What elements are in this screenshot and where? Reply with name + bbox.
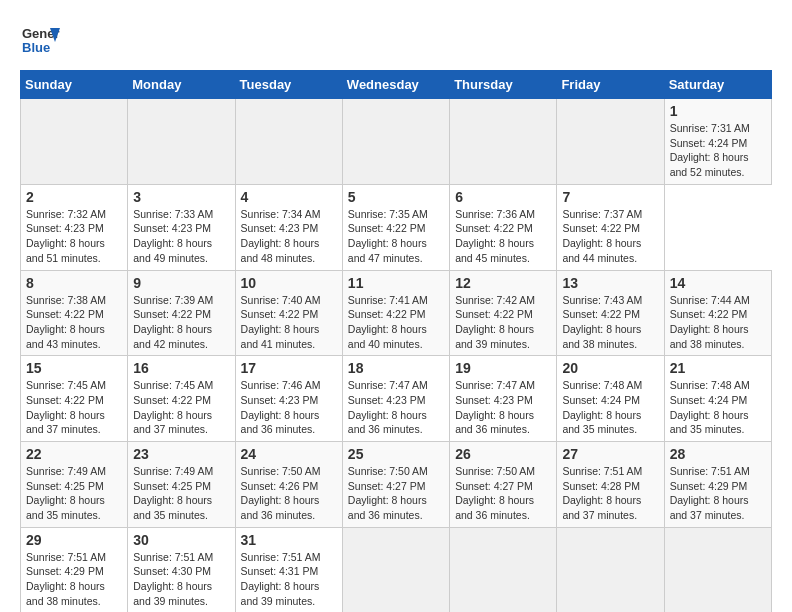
- day-detail: Sunrise: 7:32 AMSunset: 4:23 PMDaylight:…: [26, 207, 122, 266]
- calendar-cell: 16Sunrise: 7:45 AMSunset: 4:22 PMDayligh…: [128, 356, 235, 442]
- calendar-cell: 11Sunrise: 7:41 AMSunset: 4:22 PMDayligh…: [342, 270, 449, 356]
- calendar-cell: 5Sunrise: 7:35 AMSunset: 4:22 PMDaylight…: [342, 184, 449, 270]
- calendar-cell: 21Sunrise: 7:48 AMSunset: 4:24 PMDayligh…: [664, 356, 771, 442]
- day-number: 28: [670, 446, 766, 462]
- calendar-cell: 10Sunrise: 7:40 AMSunset: 4:22 PMDayligh…: [235, 270, 342, 356]
- day-detail: Sunrise: 7:36 AMSunset: 4:22 PMDaylight:…: [455, 207, 551, 266]
- calendar-body: 1Sunrise: 7:31 AMSunset: 4:24 PMDaylight…: [21, 99, 772, 613]
- day-detail: Sunrise: 7:35 AMSunset: 4:22 PMDaylight:…: [348, 207, 444, 266]
- calendar-cell: [557, 527, 664, 612]
- page-header: General Blue: [20, 20, 772, 60]
- day-detail: Sunrise: 7:45 AMSunset: 4:22 PMDaylight:…: [133, 378, 229, 437]
- day-number: 7: [562, 189, 658, 205]
- day-detail: Sunrise: 7:44 AMSunset: 4:22 PMDaylight:…: [670, 293, 766, 352]
- calendar-week-5: 22Sunrise: 7:49 AMSunset: 4:25 PMDayligh…: [21, 442, 772, 528]
- calendar-cell: 26Sunrise: 7:50 AMSunset: 4:27 PMDayligh…: [450, 442, 557, 528]
- day-number: 31: [241, 532, 337, 548]
- calendar-cell: 6Sunrise: 7:36 AMSunset: 4:22 PMDaylight…: [450, 184, 557, 270]
- calendar-cell: 9Sunrise: 7:39 AMSunset: 4:22 PMDaylight…: [128, 270, 235, 356]
- calendar-cell: 19Sunrise: 7:47 AMSunset: 4:23 PMDayligh…: [450, 356, 557, 442]
- day-detail: Sunrise: 7:51 AMSunset: 4:29 PMDaylight:…: [670, 464, 766, 523]
- calendar-cell: 14Sunrise: 7:44 AMSunset: 4:22 PMDayligh…: [664, 270, 771, 356]
- calendar-week-2: 2Sunrise: 7:32 AMSunset: 4:23 PMDaylight…: [21, 184, 772, 270]
- calendar-cell: 24Sunrise: 7:50 AMSunset: 4:26 PMDayligh…: [235, 442, 342, 528]
- calendar-cell: [21, 99, 128, 185]
- day-number: 16: [133, 360, 229, 376]
- day-detail: Sunrise: 7:49 AMSunset: 4:25 PMDaylight:…: [133, 464, 229, 523]
- day-number: 4: [241, 189, 337, 205]
- calendar-week-6: 29Sunrise: 7:51 AMSunset: 4:29 PMDayligh…: [21, 527, 772, 612]
- calendar-cell: 30Sunrise: 7:51 AMSunset: 4:30 PMDayligh…: [128, 527, 235, 612]
- day-number: 26: [455, 446, 551, 462]
- day-detail: Sunrise: 7:51 AMSunset: 4:30 PMDaylight:…: [133, 550, 229, 609]
- calendar-cell: 27Sunrise: 7:51 AMSunset: 4:28 PMDayligh…: [557, 442, 664, 528]
- day-number: 29: [26, 532, 122, 548]
- day-number: 10: [241, 275, 337, 291]
- calendar-cell: [342, 99, 449, 185]
- calendar-cell: [557, 99, 664, 185]
- day-detail: Sunrise: 7:43 AMSunset: 4:22 PMDaylight:…: [562, 293, 658, 352]
- day-number: 17: [241, 360, 337, 376]
- day-header-saturday: Saturday: [664, 71, 771, 99]
- day-detail: Sunrise: 7:51 AMSunset: 4:31 PMDaylight:…: [241, 550, 337, 609]
- calendar-cell: 18Sunrise: 7:47 AMSunset: 4:23 PMDayligh…: [342, 356, 449, 442]
- calendar-cell: 22Sunrise: 7:49 AMSunset: 4:25 PMDayligh…: [21, 442, 128, 528]
- day-number: 14: [670, 275, 766, 291]
- day-detail: Sunrise: 7:48 AMSunset: 4:24 PMDaylight:…: [562, 378, 658, 437]
- calendar-cell: 23Sunrise: 7:49 AMSunset: 4:25 PMDayligh…: [128, 442, 235, 528]
- day-detail: Sunrise: 7:48 AMSunset: 4:24 PMDaylight:…: [670, 378, 766, 437]
- logo-icon: General Blue: [20, 20, 60, 60]
- day-number: 11: [348, 275, 444, 291]
- day-number: 9: [133, 275, 229, 291]
- day-header-tuesday: Tuesday: [235, 71, 342, 99]
- day-number: 24: [241, 446, 337, 462]
- day-number: 12: [455, 275, 551, 291]
- day-detail: Sunrise: 7:49 AMSunset: 4:25 PMDaylight:…: [26, 464, 122, 523]
- calendar-table: SundayMondayTuesdayWednesdayThursdayFrid…: [20, 70, 772, 612]
- day-number: 22: [26, 446, 122, 462]
- day-detail: Sunrise: 7:50 AMSunset: 4:27 PMDaylight:…: [455, 464, 551, 523]
- day-detail: Sunrise: 7:41 AMSunset: 4:22 PMDaylight:…: [348, 293, 444, 352]
- calendar-week-3: 8Sunrise: 7:38 AMSunset: 4:22 PMDaylight…: [21, 270, 772, 356]
- calendar-cell: 15Sunrise: 7:45 AMSunset: 4:22 PMDayligh…: [21, 356, 128, 442]
- calendar-cell: 17Sunrise: 7:46 AMSunset: 4:23 PMDayligh…: [235, 356, 342, 442]
- day-number: 13: [562, 275, 658, 291]
- day-header-thursday: Thursday: [450, 71, 557, 99]
- calendar-cell: 8Sunrise: 7:38 AMSunset: 4:22 PMDaylight…: [21, 270, 128, 356]
- day-detail: Sunrise: 7:33 AMSunset: 4:23 PMDaylight:…: [133, 207, 229, 266]
- day-detail: Sunrise: 7:51 AMSunset: 4:28 PMDaylight:…: [562, 464, 658, 523]
- day-detail: Sunrise: 7:50 AMSunset: 4:27 PMDaylight:…: [348, 464, 444, 523]
- calendar-cell: 28Sunrise: 7:51 AMSunset: 4:29 PMDayligh…: [664, 442, 771, 528]
- day-number: 8: [26, 275, 122, 291]
- day-header-sunday: Sunday: [21, 71, 128, 99]
- day-detail: Sunrise: 7:47 AMSunset: 4:23 PMDaylight:…: [455, 378, 551, 437]
- day-header-monday: Monday: [128, 71, 235, 99]
- day-number: 27: [562, 446, 658, 462]
- day-number: 2: [26, 189, 122, 205]
- day-number: 5: [348, 189, 444, 205]
- day-detail: Sunrise: 7:37 AMSunset: 4:22 PMDaylight:…: [562, 207, 658, 266]
- logo: General Blue: [20, 20, 60, 60]
- calendar-cell: 1Sunrise: 7:31 AMSunset: 4:24 PMDaylight…: [664, 99, 771, 185]
- day-detail: Sunrise: 7:34 AMSunset: 4:23 PMDaylight:…: [241, 207, 337, 266]
- day-detail: Sunrise: 7:42 AMSunset: 4:22 PMDaylight:…: [455, 293, 551, 352]
- svg-text:Blue: Blue: [22, 40, 50, 55]
- day-detail: Sunrise: 7:46 AMSunset: 4:23 PMDaylight:…: [241, 378, 337, 437]
- day-number: 15: [26, 360, 122, 376]
- day-detail: Sunrise: 7:31 AMSunset: 4:24 PMDaylight:…: [670, 121, 766, 180]
- calendar-week-4: 15Sunrise: 7:45 AMSunset: 4:22 PMDayligh…: [21, 356, 772, 442]
- calendar-cell: 31Sunrise: 7:51 AMSunset: 4:31 PMDayligh…: [235, 527, 342, 612]
- day-detail: Sunrise: 7:39 AMSunset: 4:22 PMDaylight:…: [133, 293, 229, 352]
- calendar-cell: 20Sunrise: 7:48 AMSunset: 4:24 PMDayligh…: [557, 356, 664, 442]
- day-detail: Sunrise: 7:50 AMSunset: 4:26 PMDaylight:…: [241, 464, 337, 523]
- day-detail: Sunrise: 7:51 AMSunset: 4:29 PMDaylight:…: [26, 550, 122, 609]
- calendar-cell: 3Sunrise: 7:33 AMSunset: 4:23 PMDaylight…: [128, 184, 235, 270]
- calendar-week-1: 1Sunrise: 7:31 AMSunset: 4:24 PMDaylight…: [21, 99, 772, 185]
- calendar-cell: [128, 99, 235, 185]
- calendar-header-row: SundayMondayTuesdayWednesdayThursdayFrid…: [21, 71, 772, 99]
- day-number: 19: [455, 360, 551, 376]
- day-number: 21: [670, 360, 766, 376]
- day-number: 23: [133, 446, 229, 462]
- calendar-cell: 4Sunrise: 7:34 AMSunset: 4:23 PMDaylight…: [235, 184, 342, 270]
- day-number: 30: [133, 532, 229, 548]
